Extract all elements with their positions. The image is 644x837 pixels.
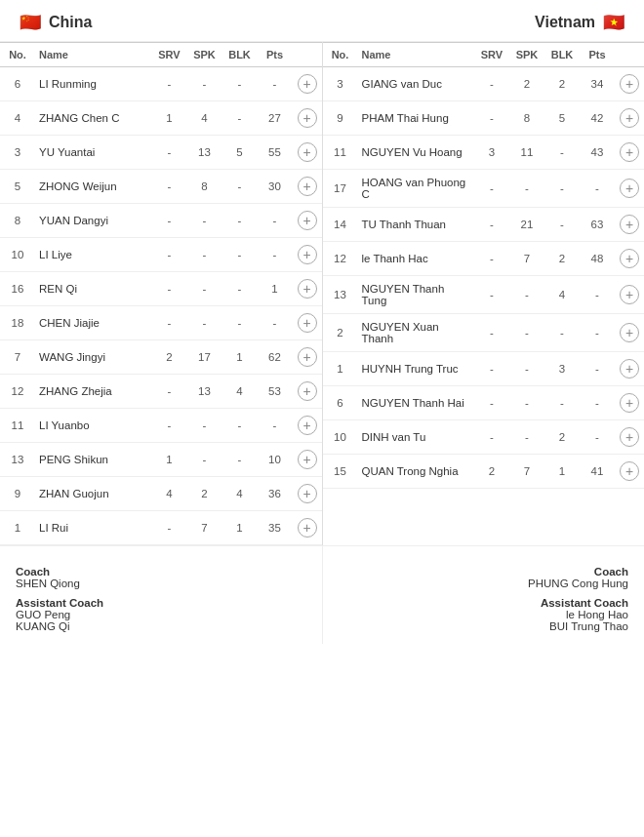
player-plus[interactable]: + <box>293 443 322 477</box>
plus-icon[interactable]: + <box>298 313 317 333</box>
player-srv: 1 <box>152 101 187 136</box>
player-srv: 4 <box>152 477 187 511</box>
player-spk: 4 <box>187 101 222 136</box>
plus-icon[interactable]: + <box>620 74 639 94</box>
plus-icon[interactable]: + <box>620 427 639 447</box>
china-col-blk: BLK <box>222 43 258 67</box>
player-no: 11 <box>0 409 35 443</box>
player-srv: - <box>152 306 187 340</box>
player-pts: 41 <box>580 455 615 489</box>
plus-icon[interactable]: + <box>620 249 639 268</box>
player-plus[interactable]: + <box>615 455 644 489</box>
player-pts: 27 <box>258 101 293 136</box>
china-col-no: No. <box>0 43 35 67</box>
player-srv: - <box>152 170 187 204</box>
player-blk: 5 <box>222 136 258 170</box>
plus-icon[interactable]: + <box>298 450 317 469</box>
plus-icon[interactable]: + <box>298 108 317 128</box>
player-pts: 48 <box>580 242 615 276</box>
player-blk: - <box>222 272 258 306</box>
player-spk: 13 <box>187 136 222 170</box>
plus-icon[interactable]: + <box>298 279 317 299</box>
player-pts: 30 <box>258 170 293 204</box>
player-blk: - <box>222 67 258 101</box>
plus-icon[interactable]: + <box>620 215 639 234</box>
player-plus[interactable]: + <box>293 238 322 272</box>
player-plus[interactable]: + <box>615 242 644 276</box>
player-plus[interactable]: + <box>293 136 322 170</box>
player-name: TU Thanh Thuan <box>358 208 475 242</box>
player-plus[interactable]: + <box>615 67 644 101</box>
player-no: 6 <box>0 67 35 101</box>
player-pts: 1 <box>258 272 293 306</box>
asst-coach-name: GUO Peng <box>16 609 306 620</box>
plus-icon[interactable]: + <box>298 484 317 503</box>
plus-icon[interactable]: + <box>298 245 317 264</box>
plus-icon[interactable]: + <box>298 177 317 196</box>
vietnam-staff: Coach PHUNG Cong Hung Assistant Coach le… <box>323 546 645 644</box>
plus-icon[interactable]: + <box>620 359 639 379</box>
player-plus[interactable]: + <box>293 170 322 204</box>
player-name: ZHANG Zhejia <box>35 375 152 409</box>
plus-icon[interactable]: + <box>298 518 317 538</box>
player-plus[interactable]: + <box>615 136 644 170</box>
player-name: QUAN Trong Nghia <box>358 455 475 489</box>
plus-icon[interactable]: + <box>298 381 317 401</box>
player-srv: - <box>474 386 509 420</box>
player-plus[interactable]: + <box>615 101 644 136</box>
player-plus[interactable]: + <box>293 272 322 306</box>
player-name: YU Yuantai <box>35 136 152 170</box>
player-blk: 5 <box>544 101 580 136</box>
player-pts: - <box>580 276 615 314</box>
plus-icon[interactable]: + <box>298 142 317 162</box>
player-srv: - <box>474 276 509 314</box>
player-plus[interactable]: + <box>293 67 322 101</box>
player-plus[interactable]: + <box>293 477 322 511</box>
player-plus[interactable]: + <box>615 208 644 242</box>
player-srv: - <box>152 136 187 170</box>
player-plus[interactable]: + <box>615 352 644 386</box>
plus-icon[interactable]: + <box>298 74 317 94</box>
plus-icon[interactable]: + <box>298 211 317 230</box>
plus-icon[interactable]: + <box>620 142 639 162</box>
plus-icon[interactable]: + <box>620 108 639 128</box>
player-plus[interactable]: + <box>615 314 644 352</box>
china-asst-names: GUO PengKUANG Qi <box>16 609 306 632</box>
player-srv: - <box>152 409 187 443</box>
player-plus[interactable]: + <box>615 170 644 208</box>
player-no: 1 <box>323 352 358 386</box>
player-blk: 4 <box>544 276 580 314</box>
player-name: ZHAN Guojun <box>35 477 152 511</box>
player-no: 14 <box>323 208 358 242</box>
player-plus[interactable]: + <box>293 511 322 545</box>
player-blk: 2 <box>544 242 580 276</box>
player-plus[interactable]: + <box>615 276 644 314</box>
player-plus[interactable]: + <box>293 340 322 375</box>
header: 🇨🇳 China Vietnam 🇻🇳 <box>0 0 644 42</box>
plus-icon[interactable]: + <box>620 461 639 481</box>
player-plus[interactable]: + <box>293 306 322 340</box>
player-no: 6 <box>323 386 358 420</box>
vietnam-asst-label: Assistant Coach <box>339 597 629 609</box>
plus-icon[interactable]: + <box>620 323 639 342</box>
plus-icon[interactable]: + <box>620 285 639 304</box>
vietnam-coach-name: PHUNG Cong Hung <box>339 578 629 589</box>
table-row: 1 HUYNH Trung Truc - - 3 - + <box>323 352 645 386</box>
player-plus[interactable]: + <box>293 409 322 443</box>
player-plus[interactable]: + <box>293 204 322 238</box>
asst-coach-name: le Hong Hao <box>339 609 629 620</box>
player-plus[interactable]: + <box>615 386 644 420</box>
player-plus[interactable]: + <box>293 375 322 409</box>
china-col-name: Name <box>35 43 152 67</box>
player-no: 3 <box>0 136 35 170</box>
plus-icon[interactable]: + <box>620 179 639 198</box>
vietnam-section: No. Name SRV SPK BLK Pts 3 GIANG van Duc… <box>323 42 645 545</box>
player-srv: - <box>474 314 509 352</box>
player-plus[interactable]: + <box>293 101 322 136</box>
plus-icon[interactable]: + <box>298 347 317 367</box>
plus-icon[interactable]: + <box>298 416 317 435</box>
player-blk: - <box>544 208 580 242</box>
plus-icon[interactable]: + <box>620 393 639 413</box>
player-plus[interactable]: + <box>615 420 644 455</box>
table-row: 3 YU Yuantai - 13 5 55 + <box>0 136 322 170</box>
